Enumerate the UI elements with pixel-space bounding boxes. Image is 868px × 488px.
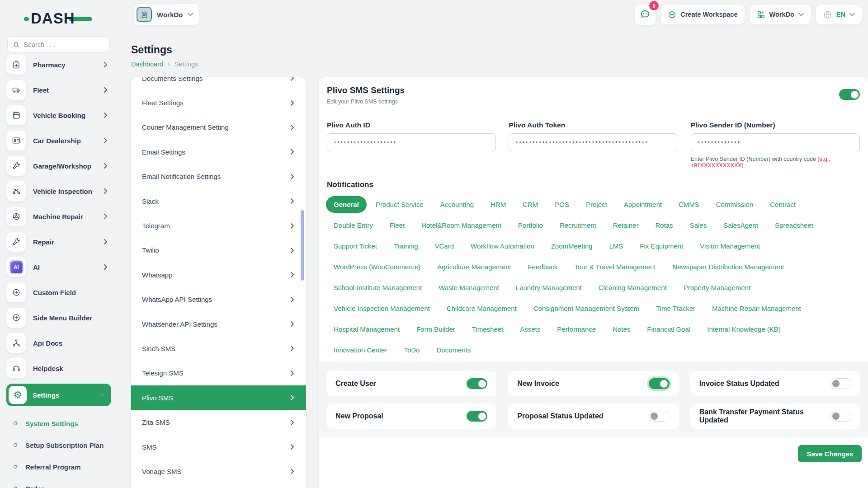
notification-tab[interactable]: Feedback [520, 258, 565, 275]
settings-menu-item[interactable]: Documents Settings [131, 77, 306, 90]
notification-tab[interactable]: Commission [708, 196, 761, 213]
notification-tab[interactable]: Contract [762, 196, 803, 213]
notification-tab[interactable]: Portfolio [510, 217, 551, 234]
notification-tab[interactable]: CMMS [671, 196, 707, 213]
save-changes-button[interactable]: Save Changes [798, 445, 862, 462]
notification-tab[interactable]: Support Ticket [326, 238, 385, 254]
notification-tab[interactable]: General [326, 196, 367, 213]
settings-menu-item[interactable]: Zita SMS [131, 410, 306, 434]
notification-tab[interactable]: CRM [515, 196, 546, 213]
notification-tab[interactable]: Internal Knowledge (KB) [699, 321, 788, 338]
notification-tab[interactable]: Innovation Center [326, 342, 395, 358]
sidebar-item-fleet[interactable]: Fleet [6, 80, 111, 100]
toggle-switch[interactable] [467, 378, 487, 389]
settings-menu-item[interactable]: Sinch SMS [131, 336, 306, 361]
sidebar-item-car-dealership[interactable]: Car Dealership [6, 131, 111, 150]
notification-tab[interactable]: Documents [429, 342, 478, 358]
sidebar-item-custom-field[interactable]: Custom Field [6, 282, 111, 302]
sidebar-search[interactable] [7, 36, 109, 53]
notification-tab[interactable]: Performance [549, 321, 604, 338]
notification-tab[interactable]: ZoomMeeting [543, 238, 600, 254]
settings-menu-item[interactable]: Email Settings [131, 140, 306, 164]
settings-menu-item[interactable]: Fleet Settings [131, 90, 306, 115]
settings-menu-item[interactable]: Whatsapp [131, 263, 306, 287]
notification-tab[interactable]: Financial Goal [639, 321, 698, 338]
settings-menu-item[interactable]: WhatsApp API Settings [131, 287, 306, 312]
settings-menu-item[interactable]: Plivo SMS [131, 385, 306, 410]
notification-tab[interactable]: Childcare Management [439, 300, 524, 317]
notification-tab[interactable]: Cleaning Management [591, 279, 675, 296]
plivo-auth-id-input[interactable]: ******************* [327, 133, 496, 152]
sidebar-item-vehicle-inspection[interactable]: Vehicle Inspection [6, 181, 111, 201]
notification-tab[interactable]: Agriculture Management [429, 258, 519, 275]
toggle-switch[interactable] [649, 411, 670, 422]
notification-tab[interactable]: Timesheet [464, 321, 511, 338]
notification-tab[interactable]: Product Service [368, 196, 431, 213]
menu-scrollbar-thumb[interactable] [301, 210, 304, 281]
notification-tab[interactable]: Notes [605, 321, 638, 338]
notification-tab[interactable]: Appointment [616, 196, 670, 213]
sidebar-subitem[interactable]: System Settings [6, 413, 111, 434]
sidebar-subitem[interactable]: Order [6, 478, 111, 488]
sidebar-item-machine-repair[interactable]: Machine Repair [6, 206, 111, 226]
breadcrumb-dashboard-link[interactable]: Dashboard [131, 61, 163, 68]
notification-tab[interactable]: Consignment Management System [526, 300, 647, 317]
toggle-switch[interactable] [830, 411, 851, 422]
sidebar-item-repair[interactable]: Repair [6, 232, 111, 252]
notification-tab[interactable]: Waste Management [431, 279, 507, 296]
notification-tab[interactable]: Time Tracker [648, 300, 703, 317]
notification-tab[interactable]: Project [578, 196, 615, 213]
toggle-switch[interactable] [830, 378, 851, 389]
toggle-switch[interactable] [649, 378, 670, 389]
notification-tab[interactable]: WordPress (WooCommerce) [326, 258, 428, 275]
search-input[interactable] [24, 41, 104, 48]
notification-tab[interactable]: Hospital Management [326, 321, 407, 338]
notification-tab[interactable]: Training [386, 238, 426, 254]
notification-tab[interactable]: Form Builder [409, 321, 463, 338]
settings-menu-item[interactable]: SMS [131, 435, 306, 459]
settings-menu-item[interactable]: Email Notification Settings [131, 164, 306, 189]
language-selector[interactable]: EN [816, 5, 862, 24]
sidebar-item-garage-workshop[interactable]: Garage/Workshop [6, 156, 111, 176]
settings-menu-item[interactable]: Whatsender API Settings [131, 312, 306, 336]
notification-tab[interactable]: Workflow Automation [463, 238, 542, 254]
settings-menu-item[interactable]: Twilio [131, 238, 306, 263]
notification-tab[interactable]: Double Entry [326, 217, 381, 234]
settings-menu-item[interactable]: Vonage SMS [131, 459, 306, 483]
notification-tab[interactable]: School-Institute Management [326, 279, 429, 296]
workdo-apps-button[interactable]: WorkDo [750, 5, 811, 24]
sidebar-item-pharmacy[interactable]: Pharmacy [6, 55, 111, 75]
notification-tab[interactable]: Machine Repair Management [704, 300, 809, 317]
notification-tab[interactable]: Hotel&Room Management [414, 217, 509, 234]
plivo-auth-token-input[interactable]: **************************************** [509, 133, 678, 152]
sidebar-item-vehicle-booking[interactable]: Vehicle Booking [6, 105, 111, 125]
notification-tab[interactable]: SalesAgent [716, 217, 766, 234]
module-enabled-toggle[interactable] [839, 89, 860, 100]
dash-logo[interactable]: DASH [31, 9, 75, 28]
notification-tab[interactable]: Sales [682, 217, 715, 234]
notification-tab[interactable]: Property Management [676, 279, 758, 296]
notification-tab[interactable]: VCard [427, 238, 462, 254]
notification-tab[interactable]: Assets [512, 321, 548, 338]
notification-tab[interactable]: POS [547, 196, 577, 213]
plivo-sender-id-input[interactable]: ************* [691, 133, 860, 152]
sidebar-item-api-docs[interactable]: Api Docs [6, 333, 111, 353]
settings-menu-item[interactable]: Telesign SMS [131, 361, 306, 385]
settings-menu-item[interactable]: Slack [131, 189, 306, 213]
sidebar-item-helpdesk[interactable]: Helpdesk [6, 358, 111, 378]
notification-tab[interactable]: Spreadsheet [767, 217, 821, 234]
notification-tab[interactable]: Accounting [433, 196, 481, 213]
notification-tab[interactable]: HRM [483, 196, 514, 213]
notification-tab[interactable]: Recruitment [552, 217, 604, 234]
settings-menu-item[interactable]: Telegram [131, 213, 306, 238]
notification-tab[interactable]: Fix Equipment [632, 238, 691, 254]
notification-tab[interactable]: Visitor Management [692, 238, 768, 254]
sidebar-subitem[interactable]: Setup Subscription Plan [6, 434, 111, 456]
workspace-selector[interactable]: WorkDo [134, 4, 199, 25]
messenger-button[interactable]: 0 [635, 4, 656, 25]
notification-tab[interactable]: Rotas [647, 217, 680, 234]
notification-tab[interactable]: Newspaper Distribution Management [665, 258, 792, 275]
sidebar-item-ai[interactable]: AI AI [6, 257, 111, 277]
sidebar-item-settings[interactable]: ⚙ Settings [6, 384, 111, 406]
notification-tab[interactable]: Fleet [382, 217, 412, 234]
